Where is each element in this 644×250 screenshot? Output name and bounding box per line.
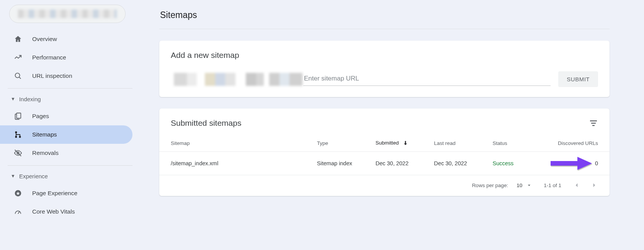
sidebar-item-label: Removals [32, 150, 59, 156]
cell-discovered: 0 [542, 152, 610, 175]
cell-type: Sitemap index [312, 152, 371, 175]
caret-down-icon: ▼ [11, 96, 15, 102]
sidebar-item-overview[interactable]: Overview [0, 30, 132, 48]
hide-icon [14, 149, 22, 157]
sidebar-item-label: Core Web Vitals [32, 208, 75, 215]
add-sitemap-card: Add a new sitemap SUBMIT [159, 41, 610, 97]
divider [8, 88, 132, 89]
submitted-heading: Submitted sitemaps [171, 118, 241, 128]
search-icon [14, 72, 22, 80]
badge-icon [14, 189, 22, 197]
section-header-experience[interactable]: ▼ Experience [9, 168, 132, 184]
sidebar-item-performance[interactable]: Performance [0, 48, 132, 67]
rows-per-page-value: 10 [517, 183, 522, 188]
gauge-icon [14, 207, 22, 216]
sidebar-item-pages[interactable]: Pages [0, 107, 132, 125]
pagination-range: 1-1 of 1 [544, 183, 561, 188]
sidebar-item-core-web-vitals[interactable]: Core Web Vitals [0, 202, 132, 221]
svg-point-0 [15, 73, 20, 78]
svg-rect-2 [16, 113, 21, 118]
submitted-sitemaps-card: Submitted sitemaps Sitemap Type Submitte… [159, 109, 610, 196]
section-header-indexing[interactable]: ▼ Indexing [9, 91, 132, 107]
domain-prefix-redacted [174, 73, 302, 86]
home-icon [14, 35, 22, 43]
sidebar-item-url-inspection[interactable]: URL inspection [0, 67, 132, 85]
col-discovered[interactable]: Discovered URLs [542, 135, 610, 152]
section-label: Experience [19, 173, 48, 179]
cell-status: Success [488, 152, 542, 175]
sidebar-item-label: Pages [32, 113, 49, 120]
main-content: Sitemaps Add a new sitemap SUBMIT Submit… [142, 0, 644, 250]
sitemaps-table: Sitemap Type Submitted Last read Status … [159, 135, 610, 175]
submit-button[interactable]: SUBMIT [558, 71, 598, 87]
caret-down-icon: ▼ [11, 173, 15, 179]
sitemap-url-input[interactable] [303, 72, 551, 86]
add-sitemap-heading: Add a new sitemap [171, 51, 598, 60]
svg-rect-4 [15, 136, 17, 138]
sidebar-item-label: Overview [32, 36, 57, 43]
svg-line-1 [19, 77, 21, 79]
svg-line-10 [18, 212, 20, 214]
col-last-read[interactable]: Last read [430, 135, 488, 152]
col-submitted-label: Submitted [376, 140, 399, 146]
property-name-redacted [18, 10, 117, 18]
sidebar-item-label: Sitemaps [32, 131, 57, 138]
sidebar-item-label: Page Experience [32, 190, 77, 197]
svg-rect-5 [19, 136, 21, 138]
divider [8, 165, 132, 166]
svg-rect-3 [15, 132, 17, 133]
sidebar-item-sitemaps[interactable]: Sitemaps [0, 125, 132, 144]
svg-marker-14 [551, 157, 592, 170]
rows-per-page-label: Rows per page: [472, 183, 508, 188]
sitemap-icon [14, 130, 22, 139]
trend-icon [14, 53, 22, 62]
annotation-arrow-icon [551, 156, 593, 171]
sidebar: Overview Performance URL inspection ▼ In… [0, 0, 142, 250]
table-footer: Rows per page: 10 1-1 of 1 [159, 175, 610, 196]
pages-icon [14, 112, 22, 120]
table-row[interactable]: /sitemap_index.xml Sitemap index Dec 30,… [159, 152, 610, 175]
rows-per-page-select[interactable]: 10 [517, 182, 532, 188]
sidebar-item-page-experience[interactable]: Page Experience [0, 184, 132, 202]
next-page-button[interactable] [590, 181, 598, 189]
sidebar-item-label: URL inspection [32, 72, 72, 79]
prev-page-button[interactable] [573, 181, 580, 189]
col-status[interactable]: Status [488, 135, 542, 152]
add-sitemap-row: SUBMIT [171, 71, 598, 87]
cell-last-read: Dec 30, 2022 [430, 152, 488, 175]
col-submitted[interactable]: Submitted [371, 135, 430, 152]
svg-rect-12 [591, 123, 596, 124]
sidebar-item-label: Performance [32, 54, 66, 61]
svg-rect-13 [592, 125, 595, 126]
col-sitemap[interactable]: Sitemap [159, 135, 312, 152]
cell-discovered-value: 0 [595, 160, 598, 166]
col-type[interactable]: Type [312, 135, 371, 152]
property-selector[interactable] [9, 5, 126, 23]
caret-down-icon [526, 182, 532, 188]
page-title: Sitemaps [159, 8, 610, 29]
cell-sitemap: /sitemap_index.xml [159, 152, 312, 175]
cell-submitted: Dec 30, 2022 [371, 152, 430, 175]
svg-rect-11 [590, 120, 597, 122]
section-label: Indexing [19, 96, 41, 102]
sidebar-item-removals[interactable]: Removals [0, 144, 132, 162]
sort-arrow-down-icon [402, 140, 409, 146]
filter-icon[interactable] [589, 118, 598, 128]
